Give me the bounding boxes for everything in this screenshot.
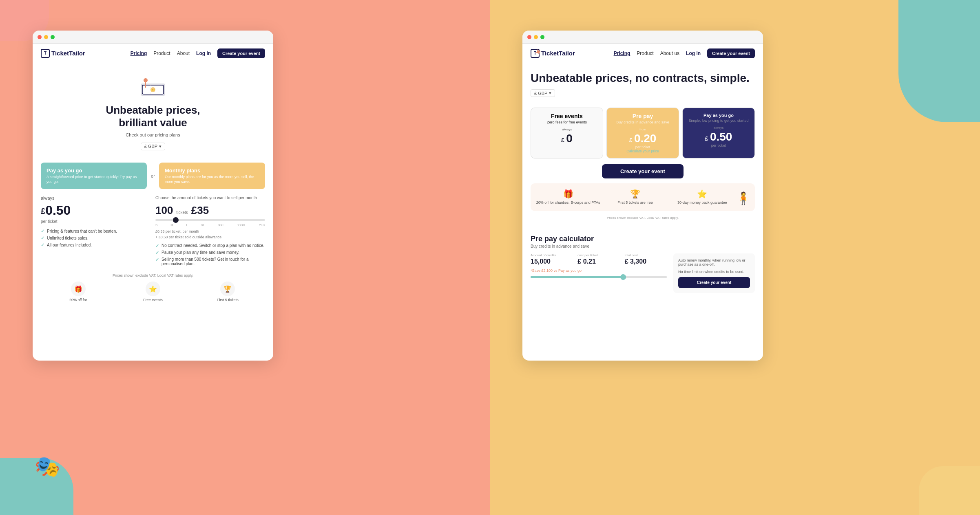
- calc-left: Amount of credits 15,000 cost per ticket…: [531, 253, 667, 282]
- card-prepay-link[interactable]: Calculate your price: [612, 149, 674, 153]
- toggle-payg[interactable]: Pay as you go A straightforward price to…: [41, 163, 147, 189]
- pricing-card-prepay[interactable]: Pre pay Buy credits in advance and save …: [606, 108, 679, 158]
- logo-left[interactable]: T TicketTailor: [41, 49, 85, 58]
- nav-login-right[interactable]: Log in: [686, 51, 701, 56]
- pricing-toggle-left: Pay as you go A straightforward price to…: [41, 163, 265, 189]
- pricing-card-payg[interactable]: Pay as you go Simple, low pricing to get…: [682, 108, 755, 158]
- logo-text-left: TicketTailor: [51, 50, 85, 57]
- nav-links-right: Pricing Product About us Log in Create y…: [614, 48, 755, 58]
- benefit-charity-text: 20% off for charities, B-corps and PTAs: [535, 200, 602, 205]
- card-free-label: always: [536, 128, 598, 131]
- card-prepay-title: Pre pay: [612, 113, 674, 119]
- svg-text:🎫: 🎫: [151, 88, 155, 92]
- monthly-pricing-note2: + £0.50 per ticket sold outside allowanc…: [155, 235, 265, 239]
- browser-dot-green-right: [540, 35, 544, 39]
- card-payg-label: always: [688, 126, 750, 130]
- benefit-first5-icon: 🏆: [602, 189, 668, 199]
- nav-link-product-left[interactable]: Product: [153, 51, 170, 56]
- card-free-price: £ 0: [536, 132, 598, 145]
- hero-section-left: 🎫 Unbeatable prices, brilliant value Che…: [41, 71, 265, 163]
- calc-side-note1: Auto renew monthly, when running low or …: [678, 258, 750, 266]
- browser-dot-yellow-right: [534, 35, 538, 39]
- calc-right: Auto renew monthly, when running low or …: [673, 253, 755, 293]
- browser-dot-green: [51, 35, 55, 39]
- benefits-row-right: 🎁 20% off for charities, B-corps and PTA…: [531, 183, 755, 211]
- calc-field-cost: cost per ticket £ 0.21: [577, 253, 619, 265]
- payg-feature-1: ✓Pricing & features that can't be beaten…: [41, 228, 150, 235]
- monthly-detail: Choose the amount of tickets you want to…: [155, 196, 265, 270]
- nav-link-pricing-left[interactable]: Pricing: [131, 51, 147, 56]
- toggle-monthly-title: Monthly plans: [165, 167, 259, 174]
- card-prepay-unit: per ticket: [612, 145, 674, 149]
- currency-selector-right[interactable]: £ GBP ▾: [531, 89, 555, 97]
- browser-dot-red: [38, 35, 42, 39]
- payg-price-display: £0.50: [41, 203, 150, 219]
- benefit-moneyback-text: 30-day money back guarantee: [669, 200, 736, 205]
- benefit-charity: 🎁 20% off for charities, B-corps and PTA…: [535, 189, 602, 205]
- card-payg-price: £ 0.50: [688, 130, 750, 143]
- nav-link-about-right[interactable]: About us: [660, 51, 679, 56]
- payg-feature-2: ✓Unlimited tickets sales.: [41, 235, 150, 242]
- nav-link-about-left[interactable]: About: [177, 51, 190, 56]
- hero-title-left: Unbeatable prices, brilliant value: [41, 104, 265, 129]
- nav-bar-left: T TicketTailor Pricing Product About Log…: [33, 44, 273, 63]
- cta-create-event-right[interactable]: Create your event: [602, 164, 684, 178]
- card-payg-unit: per ticket: [688, 143, 750, 147]
- payg-detail: always £0.50 per ticket ✓Pricing & featu…: [41, 196, 150, 270]
- toggle-monthly[interactable]: Monthly plans Our monthly plans are for …: [159, 163, 265, 189]
- logo-icon-left: T: [41, 49, 50, 58]
- card-prepay-label: from: [612, 128, 674, 131]
- calculator-section: Pre pay calculator Buy credits in advanc…: [531, 228, 755, 299]
- calc-slider[interactable]: [531, 276, 667, 278]
- bottom-icon-free: ⭐ Free events: [115, 282, 190, 303]
- currency-selector-left[interactable]: £ GBP ▾: [141, 143, 165, 150]
- nav-login-left[interactable]: Log in: [196, 51, 211, 56]
- page-content-right: ✦ Unbeatable prices, no contracts, simpl…: [522, 63, 763, 308]
- nav-link-product-right[interactable]: Product: [637, 51, 653, 56]
- payg-feature-3: ✓All our features included.: [41, 242, 150, 249]
- logo-text-right: TicketTailor: [541, 50, 575, 57]
- calc-field-total: total cost £ 3,300: [625, 253, 667, 265]
- illus-figure-left: 🎭: [35, 455, 60, 478]
- bottom-note-left: Prices shown exclude VAT. Local VAT rate…: [41, 273, 265, 277]
- nav-bar-right: T TicketTailor Pricing Product About us …: [522, 44, 763, 63]
- monthly-features: ✓No contract needed. Switch or stop a pl…: [155, 242, 265, 267]
- svg-point-5: [144, 78, 148, 82]
- browser-chrome-left: [33, 31, 273, 44]
- nav-cta-right[interactable]: Create your event: [707, 48, 755, 58]
- nav-links-left: Pricing Product About Log in Create your…: [131, 48, 265, 58]
- calc-title: Pre pay calculator: [531, 235, 755, 243]
- page-content-left: 🎫 Unbeatable prices, brilliant value Che…: [33, 63, 273, 311]
- ticket-count: 100 tickets £35: [155, 204, 265, 217]
- payg-price-unit: per ticket: [41, 219, 150, 224]
- nav-link-pricing-right[interactable]: Pricing: [614, 51, 630, 56]
- pricing-card-free[interactable]: Free events Zero fees for free events al…: [531, 108, 603, 158]
- monthly-intro: Choose the amount of tickets you want to…: [155, 196, 265, 200]
- calc-cta-button[interactable]: Create your event: [678, 277, 750, 288]
- card-payg-subtitle: Simple, low pricing to get you started: [688, 119, 750, 123]
- toggle-monthly-desc: Our monthly plans are for you as the mor…: [165, 175, 259, 184]
- card-free-subtitle: Zero fees for free events: [536, 120, 598, 124]
- monthly-pricing-note: £0.35 per ticket, per month: [155, 229, 265, 233]
- slider-labels: SMLXLXXLXXXLPlus: [155, 223, 265, 227]
- browser-window-left: T TicketTailor Pricing Product About Log…: [33, 31, 273, 361]
- monthly-feature-2: ✓Pause your plan any time and save money…: [155, 249, 265, 256]
- bottom-icon-charity: 🎁 20% off for: [41, 282, 115, 303]
- pricing-cards-right: Free events Zero fees for free events al…: [531, 108, 755, 158]
- calc-subtitle: Buy credits in advance and save: [531, 244, 755, 249]
- nav-cta-left[interactable]: Create your event: [217, 48, 265, 58]
- benefit-first5-text: First 5 tickets are free: [602, 200, 668, 205]
- hero-title-right: Unbeatable prices, no contracts, simple.: [531, 71, 755, 85]
- hero-subtitle-left: Check out our pricing plans: [41, 132, 265, 137]
- monthly-slider[interactable]: [155, 219, 265, 221]
- hero-illustration-left: 🎫: [137, 75, 169, 100]
- bottom-icon-first5: 🏆 First 5 tickets: [190, 282, 265, 303]
- card-free-title: Free events: [536, 113, 598, 119]
- benefits-note-right: Prices shown exclude VAT. Local VAT rate…: [531, 216, 755, 220]
- browser-dot-yellow: [44, 35, 48, 39]
- decorative-shape-teal-right: [898, 0, 980, 122]
- calc-row: Amount of credits 15,000 cost per ticket…: [531, 253, 755, 293]
- calc-field-credits: Amount of credits 15,000: [531, 253, 573, 265]
- browser-window-right: T TicketTailor Pricing Product About us …: [522, 31, 763, 361]
- toggle-or: or: [147, 163, 159, 189]
